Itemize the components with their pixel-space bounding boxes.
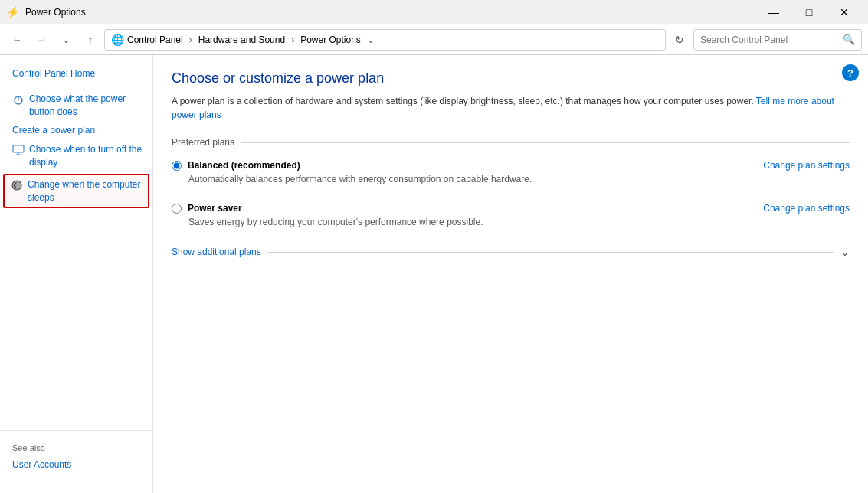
preferred-plans-label: Preferred plans [172,137,234,148]
plan-balanced-label: Balanced (recommended) [172,160,300,171]
maximize-button[interactable]: □ [791,0,827,24]
plan-balanced-name: Balanced (recommended) [188,160,300,171]
up-button[interactable]: ↑ [80,29,101,51]
svg-point-2 [12,181,21,190]
path-dropdown-icon[interactable]: ⌄ [367,34,375,45]
address-bar: ← → ⌄ ↑ 🌐 Control Panel › Hardware and S… [0,24,868,55]
sidebar-home-label: Control Panel Home [12,67,95,80]
see-also-title: See also [0,437,152,455]
sidebar-choose-display-label: Choose when to turn off the display [29,143,143,169]
user-accounts-label: User Accounts [12,459,71,472]
additional-plans-line [267,252,834,253]
title-bar: ⚡ Power Options — □ ✕ [0,0,868,24]
search-input[interactable] [700,34,840,45]
refresh-button[interactable]: ↻ [669,29,690,51]
sidebar-item-create-plan[interactable]: Create a power plan [0,121,152,140]
sidebar-change-sleep-label: Change when the computer sleeps [28,178,142,204]
address-path[interactable]: 🌐 Control Panel › Hardware and Sound › P… [104,29,666,51]
sidebar-create-plan-label: Create a power plan [12,124,95,137]
search-box: 🔍 [693,29,862,51]
content-description: A power plan is a collection of hardware… [172,94,850,122]
main-container: Control Panel Home Choose what the power… [0,55,868,493]
section-header-line [241,142,850,143]
sleep-icon [11,179,23,195]
svg-rect-1 [13,145,24,152]
sidebar-item-change-sleep[interactable]: Change when the computer sleeps [3,174,149,209]
sidebar-item-choose-display[interactable]: Choose when to turn off the display [0,140,152,172]
plan-balanced-radio[interactable] [172,161,182,171]
plan-balanced-header: Balanced (recommended) Change plan setti… [172,160,850,171]
sidebar-item-choose-power[interactable]: Choose what the power button does [0,90,152,122]
breadcrumb-hardware-sound[interactable]: Hardware and Sound [198,34,285,45]
title-bar-left: ⚡ Power Options [6,6,86,18]
preferred-plans-header: Preferred plans [172,137,850,148]
plan-item-balanced: Balanced (recommended) Change plan setti… [172,157,850,188]
breadcrumb-sep-1: › [189,34,192,45]
forward-button[interactable]: → [31,29,52,51]
search-icon: 🔍 [843,34,855,45]
chevron-down-icon: ⌄ [840,246,850,258]
dropdown-button[interactable]: ⌄ [55,29,77,51]
display-icon [12,144,25,160]
back-button[interactable]: ← [6,29,28,51]
plan-balanced-settings-link[interactable]: Change plan settings [763,160,850,171]
additional-plans-label: Show additional plans [172,246,261,257]
plan-item-power-saver: Power saver Change plan settings Saves e… [172,200,850,230]
plan-power-saver-description: Saves energy by reducing your computer's… [172,217,850,227]
sidebar-divider [0,430,152,431]
close-button[interactable]: ✕ [827,0,862,24]
path-icon: 🌐 [111,34,124,46]
title-bar-controls: — □ ✕ [756,0,862,24]
plan-power-saver-header: Power saver Change plan settings [172,203,850,214]
sidebar-main-section: Control Panel Home Choose what the power… [0,64,152,219]
sidebar-see-also-section: See also User Accounts [0,424,152,484]
app-icon: ⚡ [6,6,19,18]
breadcrumb-control-panel[interactable]: Control Panel [127,34,183,45]
show-additional-plans[interactable]: Show additional plans ⌄ [172,246,850,258]
content-area: ? Choose or customize a power plan A pow… [153,55,868,493]
plan-power-saver-name: Power saver [188,203,242,214]
sidebar-item-home[interactable]: Control Panel Home [0,64,152,83]
content-title: Choose or customize a power plan [172,70,850,87]
breadcrumb-power-options[interactable]: Power Options [300,34,361,45]
sidebar-choose-power-label: Choose what the power button does [29,93,143,119]
breadcrumb-sep-2: › [291,34,294,45]
sidebar-item-user-accounts[interactable]: User Accounts [0,455,152,475]
minimize-button[interactable]: — [756,0,791,24]
description-text: A power plan is a collection of hardware… [172,96,754,106]
plan-balanced-description: Automatically balances performance with … [172,174,850,184]
power-button-icon [12,93,25,109]
help-button[interactable]: ? [842,64,859,81]
sidebar: Control Panel Home Choose what the power… [0,55,153,493]
app-title: Power Options [25,7,86,18]
plan-power-saver-settings-link[interactable]: Change plan settings [763,203,850,214]
plan-power-saver-radio[interactable] [172,204,182,214]
plan-power-saver-label: Power saver [172,203,242,214]
